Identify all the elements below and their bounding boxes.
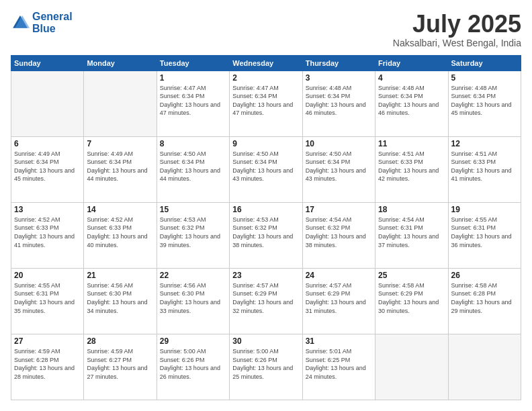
- main-title: July 2025: [393, 11, 521, 38]
- day-number: 4: [378, 73, 445, 83]
- day-number: 25: [378, 271, 445, 280]
- calendar-cell: 10Sunrise: 4:50 AM Sunset: 6:34 PM Dayli…: [302, 136, 375, 202]
- calendar-cell: 11Sunrise: 4:51 AM Sunset: 6:33 PM Dayli…: [375, 136, 448, 202]
- calendar-header-row: SundayMondayTuesdayWednesdayThursdayFrid…: [11, 55, 521, 71]
- day-info: Sunrise: 4:55 AM Sunset: 6:31 PM Dayligh…: [14, 281, 81, 315]
- calendar-cell: 8Sunrise: 4:50 AM Sunset: 6:34 PM Daylig…: [157, 136, 229, 202]
- day-number: 16: [232, 205, 299, 214]
- day-number: 8: [160, 139, 226, 148]
- day-number: 3: [306, 73, 372, 83]
- day-info: Sunrise: 4:53 AM Sunset: 6:32 PM Dayligh…: [232, 216, 299, 249]
- day-number: 20: [14, 271, 81, 280]
- day-number: 19: [451, 205, 518, 214]
- day-info: Sunrise: 5:01 AM Sunset: 6:25 PM Dayligh…: [306, 347, 372, 381]
- day-info: Sunrise: 4:51 AM Sunset: 6:33 PM Dayligh…: [378, 150, 445, 183]
- day-number: 23: [232, 271, 299, 280]
- calendar-header-friday: Friday: [375, 55, 448, 71]
- calendar-cell: 17Sunrise: 4:54 AM Sunset: 6:32 PM Dayli…: [302, 202, 375, 268]
- calendar-cell: 3Sunrise: 4:48 AM Sunset: 6:34 PM Daylig…: [302, 71, 375, 136]
- day-number: 15: [160, 205, 226, 214]
- day-number: 31: [306, 336, 372, 346]
- calendar-header-sunday: Sunday: [11, 55, 84, 71]
- day-info: Sunrise: 4:54 AM Sunset: 6:32 PM Dayligh…: [306, 216, 372, 249]
- calendar-row-3: 20Sunrise: 4:55 AM Sunset: 6:31 PM Dayli…: [11, 268, 521, 334]
- calendar-cell: 19Sunrise: 4:55 AM Sunset: 6:31 PM Dayli…: [448, 202, 521, 268]
- calendar-cell: 28Sunrise: 4:59 AM Sunset: 6:27 PM Dayli…: [84, 334, 157, 400]
- calendar-cell: 20Sunrise: 4:55 AM Sunset: 6:31 PM Dayli…: [11, 268, 84, 334]
- day-number: 9: [232, 139, 299, 148]
- day-info: Sunrise: 4:59 AM Sunset: 6:28 PM Dayligh…: [14, 347, 81, 381]
- day-info: Sunrise: 4:56 AM Sunset: 6:30 PM Dayligh…: [160, 281, 226, 315]
- day-number: 30: [232, 336, 299, 346]
- calendar-cell: 27Sunrise: 4:59 AM Sunset: 6:28 PM Dayli…: [11, 334, 84, 400]
- day-info: Sunrise: 4:48 AM Sunset: 6:34 PM Dayligh…: [306, 84, 372, 118]
- day-number: 26: [451, 271, 518, 280]
- calendar-cell: 26Sunrise: 4:58 AM Sunset: 6:28 PM Dayli…: [448, 268, 521, 334]
- day-number: 29: [160, 336, 226, 346]
- calendar-cell: 7Sunrise: 4:49 AM Sunset: 6:34 PM Daylig…: [84, 136, 157, 202]
- calendar-cell: 16Sunrise: 4:53 AM Sunset: 6:32 PM Dayli…: [230, 202, 302, 268]
- calendar-cell: 12Sunrise: 4:51 AM Sunset: 6:33 PM Dayli…: [448, 136, 521, 202]
- day-info: Sunrise: 4:52 AM Sunset: 6:33 PM Dayligh…: [14, 216, 81, 249]
- title-block: July 2025 Naksalbari, West Bengal, India: [393, 11, 521, 48]
- day-info: Sunrise: 4:47 AM Sunset: 6:34 PM Dayligh…: [232, 84, 299, 118]
- calendar-cell: 13Sunrise: 4:52 AM Sunset: 6:33 PM Dayli…: [11, 202, 84, 268]
- logo-blue: Blue: [32, 23, 56, 34]
- logo-general: General: [32, 11, 73, 22]
- day-number: 6: [14, 139, 81, 148]
- calendar-row-4: 27Sunrise: 4:59 AM Sunset: 6:28 PM Dayli…: [11, 334, 521, 400]
- subtitle: Naksalbari, West Bengal, India: [393, 38, 521, 48]
- day-info: Sunrise: 4:49 AM Sunset: 6:34 PM Dayligh…: [87, 150, 153, 183]
- calendar-header-wednesday: Wednesday: [230, 55, 302, 71]
- calendar-cell: [448, 334, 521, 400]
- page: General Blue July 2025 Naksalbari, West …: [0, 0, 532, 411]
- day-info: Sunrise: 4:59 AM Sunset: 6:27 PM Dayligh…: [87, 347, 153, 381]
- calendar-header-tuesday: Tuesday: [157, 55, 229, 71]
- calendar-cell: 29Sunrise: 5:00 AM Sunset: 6:26 PM Dayli…: [157, 334, 229, 400]
- day-info: Sunrise: 4:49 AM Sunset: 6:34 PM Dayligh…: [14, 150, 81, 183]
- day-info: Sunrise: 5:00 AM Sunset: 6:26 PM Dayligh…: [160, 347, 226, 381]
- day-info: Sunrise: 4:47 AM Sunset: 6:34 PM Dayligh…: [160, 84, 226, 118]
- calendar-cell: 21Sunrise: 4:56 AM Sunset: 6:30 PM Dayli…: [84, 268, 157, 334]
- day-info: Sunrise: 4:55 AM Sunset: 6:31 PM Dayligh…: [451, 216, 518, 249]
- calendar-header-monday: Monday: [84, 55, 157, 71]
- calendar-cell: 4Sunrise: 4:48 AM Sunset: 6:34 PM Daylig…: [375, 71, 448, 136]
- day-number: 17: [306, 205, 372, 214]
- day-number: 28: [87, 336, 153, 346]
- calendar-cell: 30Sunrise: 5:00 AM Sunset: 6:26 PM Dayli…: [230, 334, 302, 400]
- calendar-table: SundayMondayTuesdayWednesdayThursdayFrid…: [11, 55, 521, 400]
- calendar-header-thursday: Thursday: [302, 55, 375, 71]
- day-info: Sunrise: 4:50 AM Sunset: 6:34 PM Dayligh…: [232, 150, 299, 183]
- calendar-cell: 23Sunrise: 4:57 AM Sunset: 6:29 PM Dayli…: [230, 268, 302, 334]
- day-number: 11: [378, 139, 445, 148]
- day-number: 7: [87, 139, 153, 148]
- calendar-cell: 1Sunrise: 4:47 AM Sunset: 6:34 PM Daylig…: [157, 71, 229, 136]
- day-info: Sunrise: 4:53 AM Sunset: 6:32 PM Dayligh…: [160, 216, 226, 249]
- day-number: 5: [451, 73, 518, 83]
- calendar-cell: 9Sunrise: 4:50 AM Sunset: 6:34 PM Daylig…: [230, 136, 302, 202]
- calendar-row-2: 13Sunrise: 4:52 AM Sunset: 6:33 PM Dayli…: [11, 202, 521, 268]
- day-info: Sunrise: 4:48 AM Sunset: 6:34 PM Dayligh…: [378, 84, 445, 118]
- day-number: 13: [14, 205, 81, 214]
- day-number: 10: [306, 139, 372, 148]
- logo: General Blue: [11, 11, 73, 34]
- day-number: 27: [14, 336, 81, 346]
- calendar-cell: 2Sunrise: 4:47 AM Sunset: 6:34 PM Daylig…: [230, 71, 302, 136]
- calendar-header-saturday: Saturday: [448, 55, 521, 71]
- day-number: 12: [451, 139, 518, 148]
- calendar-cell: 24Sunrise: 4:57 AM Sunset: 6:29 PM Dayli…: [302, 268, 375, 334]
- calendar-row-1: 6Sunrise: 4:49 AM Sunset: 6:34 PM Daylig…: [11, 136, 521, 202]
- day-info: Sunrise: 4:58 AM Sunset: 6:29 PM Dayligh…: [378, 281, 445, 315]
- day-info: Sunrise: 4:57 AM Sunset: 6:29 PM Dayligh…: [306, 281, 372, 315]
- logo-icon: [11, 13, 30, 32]
- calendar-cell: 5Sunrise: 4:48 AM Sunset: 6:34 PM Daylig…: [448, 71, 521, 136]
- day-info: Sunrise: 5:00 AM Sunset: 6:26 PM Dayligh…: [232, 347, 299, 381]
- day-number: 22: [160, 271, 226, 280]
- day-info: Sunrise: 4:58 AM Sunset: 6:28 PM Dayligh…: [451, 281, 518, 315]
- day-info: Sunrise: 4:50 AM Sunset: 6:34 PM Dayligh…: [306, 150, 372, 183]
- day-info: Sunrise: 4:48 AM Sunset: 6:34 PM Dayligh…: [451, 84, 518, 118]
- day-number: 21: [87, 271, 153, 280]
- calendar-cell: 18Sunrise: 4:54 AM Sunset: 6:31 PM Dayli…: [375, 202, 448, 268]
- calendar-cell: [84, 71, 157, 136]
- day-info: Sunrise: 4:51 AM Sunset: 6:33 PM Dayligh…: [451, 150, 518, 183]
